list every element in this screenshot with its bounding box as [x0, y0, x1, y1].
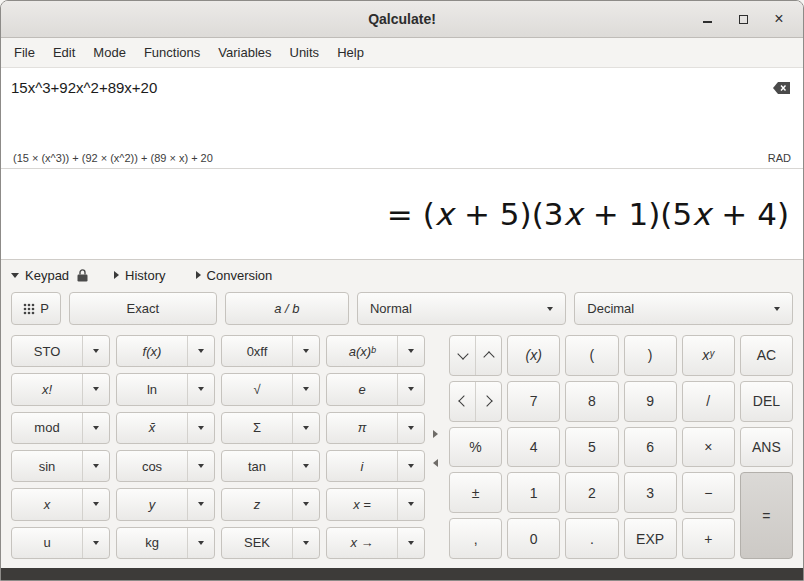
key-var-z[interactable]: z [221, 488, 320, 520]
key-i[interactable]: i [326, 450, 425, 482]
key-unit-u[interactable]: u [11, 527, 110, 559]
key-4[interactable]: 4 [507, 427, 560, 468]
key-5[interactable]: 5 [565, 427, 618, 468]
key-store-dropdown[interactable] [83, 336, 109, 366]
key-mod[interactable]: mod [11, 412, 110, 444]
key-convert-to[interactable]: x → [326, 527, 425, 559]
keypad-lock-button[interactable] [77, 269, 88, 282]
key-currency-sek[interactable]: SEK [221, 527, 320, 559]
nav-right-button[interactable] [475, 382, 501, 421]
key-pi[interactable]: π [326, 412, 425, 444]
key-function[interactable]: f(x) [116, 335, 215, 367]
key-e-dropdown[interactable] [398, 374, 424, 404]
key-del[interactable]: DEL [740, 381, 793, 422]
key-mean[interactable]: x̄ [116, 412, 215, 444]
key-open-paren[interactable]: ( [565, 335, 618, 376]
key-6[interactable]: 6 [624, 427, 677, 468]
close-button[interactable]: × [767, 7, 791, 31]
key-function-dropdown[interactable] [188, 336, 214, 366]
key-hex-dropdown[interactable] [293, 336, 319, 366]
expression-area[interactable]: 15x^3+92x^2+89x+20 (15 × (x^3)) + (92 × … [1, 68, 803, 169]
key-1[interactable]: 1 [507, 472, 560, 513]
key-assign-dropdown[interactable] [398, 489, 424, 519]
fraction-mode-button[interactable]: a / b [225, 292, 349, 325]
key-7[interactable]: 7 [507, 381, 560, 422]
menu-edit[interactable]: Edit [44, 40, 84, 65]
menu-help[interactable]: Help [328, 40, 373, 65]
menu-mode[interactable]: Mode [84, 40, 135, 65]
backspace-button[interactable] [772, 81, 791, 99]
nav-up-button[interactable] [475, 336, 501, 375]
number-base-dropdown[interactable]: Decimal [574, 292, 793, 325]
key-i-dropdown[interactable] [398, 451, 424, 481]
menu-functions[interactable]: Functions [135, 40, 209, 65]
key-sqrt-dropdown[interactable] [293, 374, 319, 404]
angle-mode-indicator[interactable]: RAD [768, 152, 791, 164]
key-convert-to-dropdown[interactable] [398, 528, 424, 558]
key-3[interactable]: 3 [624, 472, 677, 513]
key-dot[interactable]: . [565, 518, 618, 559]
key-var-x-dropdown[interactable] [83, 489, 109, 519]
key-pi-dropdown[interactable] [398, 413, 424, 443]
key-2[interactable]: 2 [565, 472, 618, 513]
history-expander[interactable]: History [114, 268, 165, 283]
key-sum-dropdown[interactable] [293, 413, 319, 443]
key-var-y[interactable]: y [116, 488, 215, 520]
key-sqrt[interactable]: √ [221, 373, 320, 405]
key-divide[interactable]: / [682, 381, 735, 422]
key-0[interactable]: 0 [507, 518, 560, 559]
key-currency-sek-dropdown[interactable] [293, 528, 319, 558]
key-tan-dropdown[interactable] [293, 451, 319, 481]
key-ans[interactable]: ANS [740, 427, 793, 468]
nav-down-button[interactable] [450, 336, 475, 375]
expand-keypad-right-icon[interactable] [433, 430, 438, 438]
menu-units[interactable]: Units [281, 40, 329, 65]
key-factorial-dropdown[interactable] [83, 374, 109, 404]
conversion-expander[interactable]: Conversion [196, 268, 273, 283]
key-multiply[interactable]: × [682, 427, 735, 468]
key-unit-u-dropdown[interactable] [83, 528, 109, 558]
key-equals[interactable]: = [740, 472, 793, 559]
key-ln-dropdown[interactable] [188, 374, 214, 404]
key-tan[interactable]: tan [221, 450, 320, 482]
key-sin[interactable]: sin [11, 450, 110, 482]
maximize-button[interactable] [731, 7, 755, 31]
key-8[interactable]: 8 [565, 381, 618, 422]
menu-variables[interactable]: Variables [209, 40, 280, 65]
key-sum[interactable]: Σ [221, 412, 320, 444]
key-factorial[interactable]: x! [11, 373, 110, 405]
key-e[interactable]: e [326, 373, 425, 405]
titlebar[interactable]: Qalculate! × [1, 1, 803, 38]
minimize-button[interactable] [695, 7, 719, 31]
key-assign[interactable]: x = [326, 488, 425, 520]
key-var-z-dropdown[interactable] [293, 489, 319, 519]
key-exp[interactable]: EXP [624, 518, 677, 559]
key-store[interactable]: STO [11, 335, 110, 367]
key-hex[interactable]: 0xff [221, 335, 320, 367]
key-var-y-dropdown[interactable] [188, 489, 214, 519]
key-percent[interactable]: % [449, 427, 502, 468]
output-mode-dropdown[interactable]: Normal [357, 292, 566, 325]
key-cos[interactable]: cos [116, 450, 215, 482]
key-mean-dropdown[interactable] [188, 413, 214, 443]
key-ln[interactable]: ln [116, 373, 215, 405]
nav-left-button[interactable] [450, 382, 475, 421]
key-plus[interactable]: + [682, 518, 735, 559]
key-cos-dropdown[interactable] [188, 451, 214, 481]
key-power-function[interactable]: a(x)ᵇ [326, 335, 425, 367]
key-parens-x[interactable]: (x) [507, 335, 560, 376]
key-mod-dropdown[interactable] [83, 413, 109, 443]
key-plus-minus[interactable]: ± [449, 472, 502, 513]
key-power-function-dropdown[interactable] [398, 336, 424, 366]
key-sin-dropdown[interactable] [83, 451, 109, 481]
key-minus[interactable]: − [682, 472, 735, 513]
programming-keypad-button[interactable]: P [11, 292, 61, 325]
exact-mode-button[interactable]: Exact [69, 292, 217, 325]
key-var-x[interactable]: x [11, 488, 110, 520]
key-unit-kg-dropdown[interactable] [188, 528, 214, 558]
key-unit-kg[interactable]: kg [116, 527, 215, 559]
key-close-paren[interactable]: ) [624, 335, 677, 376]
keypad-expander[interactable]: Keypad [11, 268, 69, 283]
key-ac[interactable]: AC [740, 335, 793, 376]
key-power[interactable]: xʸ [682, 335, 735, 376]
